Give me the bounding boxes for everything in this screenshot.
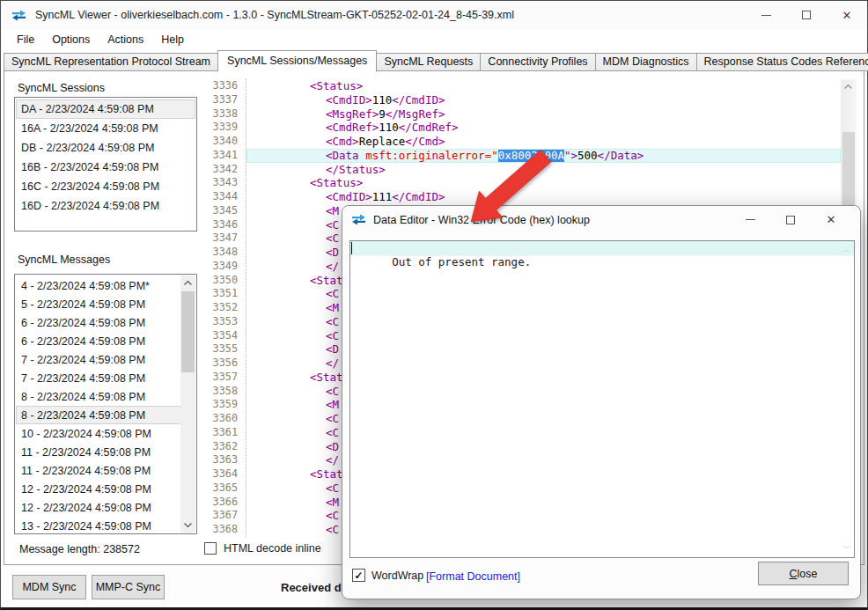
line-number: 3368 <box>210 523 238 537</box>
scroll-down-icon[interactable]: ﹀ <box>842 542 851 555</box>
menu-item-actions[interactable]: Actions <box>99 31 152 48</box>
dialog-minimize-icon[interactable] <box>730 206 770 233</box>
dialog-maximize-icon[interactable] <box>770 206 811 233</box>
sessions-listbox[interactable]: DA - 2/23/2024 4:59:08 PM16A - 2/23/2024… <box>14 97 197 232</box>
lookup-result-line: Out of present range. <box>350 241 854 256</box>
session-item[interactable]: DB - 2/23/2024 4:59:08 PM <box>16 138 195 158</box>
line-number: 3362 <box>210 440 238 454</box>
message-item[interactable]: 6 - 2/23/2024 4:59:08 PM <box>16 332 195 350</box>
lookup-result-textarea[interactable]: Out of present range. ︿ ﹀ <box>349 240 855 558</box>
scroll-down-icon[interactable] <box>180 518 195 533</box>
line-number: 3356 <box>210 356 238 371</box>
menu-item-file[interactable]: File <box>8 31 43 48</box>
line-number: 3365 <box>210 481 238 496</box>
html-decode-checkbox[interactable] <box>204 542 217 555</box>
line-number: 3357 <box>210 371 238 385</box>
tab-response-status-codes-reference[interactable]: Response Status Codes Reference <box>696 53 868 71</box>
messages-listbox[interactable]: 4 - 2/23/2024 4:59:08 PM*5 - 2/23/2024 4… <box>14 274 197 534</box>
messages-label: SyncML Messages <box>18 254 110 266</box>
code-line: 3344<CmdID>111</CmdID> <box>210 190 841 204</box>
line-number: 3360 <box>210 412 238 426</box>
line-number: 3346 <box>210 218 238 232</box>
message-item[interactable]: 11 - 2/23/2024 4:59:08 PM <box>16 443 195 461</box>
messages-scrollbar[interactable] <box>180 276 195 533</box>
code-line: 3338<MsgRef>9</MsgRef> <box>210 107 841 121</box>
wordwrap-checkbox[interactable]: ✓ <box>352 569 365 582</box>
line-number: 3344 <box>210 190 238 204</box>
session-item[interactable]: 16D - 2/23/2024 4:59:08 PM <box>16 196 195 216</box>
message-item[interactable]: 12 - 2/23/2024 4:59:08 PM <box>16 480 195 498</box>
scrollbar-thumb[interactable] <box>181 291 195 372</box>
line-number: 3345 <box>210 204 238 218</box>
tab-syncml-representation-protocol-stream[interactable]: SyncML Representation Protocol Stream <box>4 53 218 71</box>
line-number: 3340 <box>210 135 238 149</box>
scroll-up-icon[interactable]: ︿ <box>842 244 851 256</box>
line-number: 3367 <box>210 509 238 523</box>
scroll-up-icon[interactable] <box>180 276 195 290</box>
line-number: 3361 <box>210 426 238 440</box>
text-caret <box>351 242 352 254</box>
menu-bar: FileOptionsActionsHelp <box>1 29 867 50</box>
window-title: SyncML Viewer - oliverkieselbach.com - 1… <box>35 9 514 21</box>
line-number: 3337 <box>210 93 238 107</box>
dialog-close-icon[interactable]: ✕ <box>811 206 851 233</box>
message-item[interactable]: 11 - 2/23/2024 4:59:08 PM <box>16 461 195 480</box>
line-number: 3359 <box>210 398 238 412</box>
session-item[interactable]: 16C - 2/23/2024 4:59:08 PM <box>16 177 195 196</box>
app-sync-icon <box>11 9 26 22</box>
wordwrap-label: WordWrap <box>371 570 423 582</box>
line-number: 3347 <box>210 232 238 246</box>
tab-mdm-diagnostics[interactable]: MDM Diagnostics <box>595 53 697 71</box>
session-item[interactable]: 16B - 2/23/2024 4:59:08 PM <box>16 158 195 177</box>
tab-connectivity-profiles[interactable]: Connectivity Profiles <box>480 53 595 71</box>
message-item[interactable]: 6 - 2/23/2024 4:59:08 PM <box>16 313 195 332</box>
line-number: 3354 <box>210 329 238 343</box>
received-data-text: Received da <box>281 581 348 594</box>
gutter-separator <box>246 79 246 537</box>
message-item[interactable]: 8 - 2/23/2024 4:59:08 PM <box>16 406 195 424</box>
session-item[interactable]: 16A - 2/23/2024 4:59:08 PM <box>16 119 195 138</box>
code-line: 3343<Status> <box>210 176 841 190</box>
session-item[interactable]: DA - 2/23/2024 4:59:08 PM <box>16 99 195 119</box>
dialog-bottom-bar: ✓ WordWrap [Format Document] Close <box>342 558 860 600</box>
message-item[interactable]: 13 - 2/23/2024 4:59:08 PM <box>16 517 195 534</box>
line-number: 3341 <box>210 149 238 163</box>
line-number: 3338 <box>210 107 238 121</box>
scroll-up-icon[interactable] <box>841 79 856 94</box>
format-document-link[interactable]: [Format Document] <box>426 570 520 583</box>
line-number: 3336 <box>210 79 238 93</box>
line-number: 3353 <box>210 315 238 329</box>
line-number: 3343 <box>210 176 238 190</box>
tab-syncml-sessions-messages[interactable]: SyncML Sessions/Messages <box>217 50 377 72</box>
message-item[interactable]: 5 - 2/23/2024 4:59:08 PM <box>16 295 195 313</box>
line-number: 3363 <box>210 453 238 467</box>
mmpc-sync-button[interactable]: MMP-C Sync <box>92 575 165 599</box>
close-button[interactable]: Close <box>758 562 849 585</box>
line-number: 3349 <box>210 260 238 274</box>
line-number: 3366 <box>210 496 238 510</box>
selected-error-code: 0x8002000A <box>498 149 564 162</box>
message-item[interactable]: 7 - 2/23/2024 4:59:08 PM <box>16 369 195 387</box>
dialog-title-bar: Data Editor - Win32 Error Code (hex) loo… <box>342 206 860 233</box>
line-number: 3355 <box>210 342 238 356</box>
menu-item-options[interactable]: Options <box>43 31 99 48</box>
sessions-label: SyncML Sessions <box>18 82 105 94</box>
menu-item-help[interactable]: Help <box>152 31 193 48</box>
message-item[interactable]: 4 - 2/23/2024 4:59:08 PM* <box>16 276 195 295</box>
message-item[interactable]: 7 - 2/23/2024 4:59:08 PM <box>16 350 195 369</box>
close-icon[interactable]: ✕ <box>827 1 867 29</box>
code-line: 3342</Status> <box>210 163 841 177</box>
dialog-sync-icon <box>351 213 366 226</box>
maximize-icon[interactable] <box>786 1 827 29</box>
tab-syncml-requests[interactable]: SyncML Requests <box>376 53 481 71</box>
dialog-title: Data Editor - Win32 Error Code (hex) loo… <box>373 214 590 226</box>
mdm-sync-button[interactable]: MDM Sync <box>12 575 86 599</box>
minimize-icon[interactable] <box>746 1 786 29</box>
code-line: 3337<CmdID>110</CmdID> <box>210 93 841 107</box>
data-editor-dialog: Data Editor - Win32 Error Code (hex) loo… <box>342 205 861 599</box>
message-item[interactable]: 12 - 2/23/2024 4:59:08 PM <box>16 498 195 517</box>
line-number: 3348 <box>210 246 238 260</box>
message-item[interactable]: 8 - 2/23/2024 4:59:08 PM <box>16 387 195 406</box>
line-number: 3350 <box>210 274 238 288</box>
message-item[interactable]: 10 - 2/23/2024 4:59:08 PM <box>16 424 195 443</box>
